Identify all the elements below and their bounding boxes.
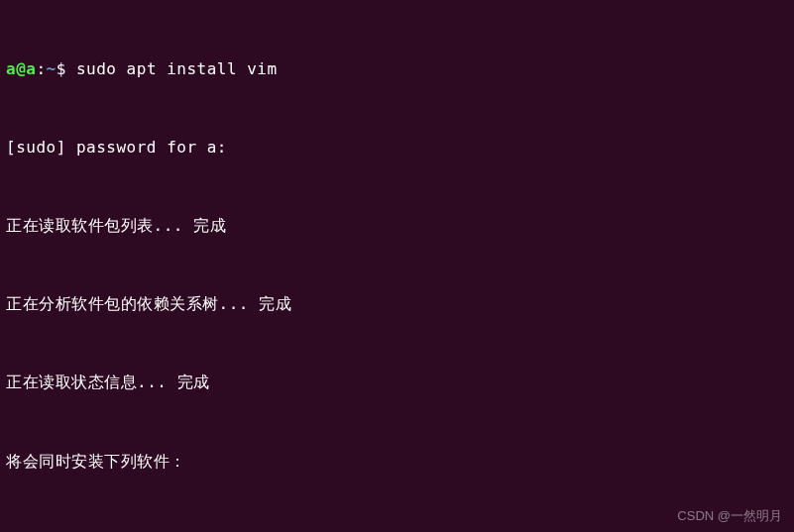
- prompt-user: a@a: [6, 59, 36, 78]
- prompt-dollar: $: [57, 59, 76, 78]
- output-line: 正在读取状态信息... 完成: [6, 370, 788, 395]
- command-text: sudo apt install vim: [76, 59, 278, 78]
- output-line: [sudo] password for a:: [6, 135, 788, 160]
- output-line: libsodium23 vim-common vim-runtime vim-t…: [6, 527, 788, 532]
- output-line: 将会同时安装下列软件：: [6, 449, 788, 475]
- output-line: 正在读取软件包列表... 完成: [6, 213, 788, 239]
- output-line: 正在分析软件包的依赖关系树... 完成: [6, 291, 788, 317]
- prompt-colon: :: [36, 59, 46, 78]
- prompt-line: a@a:~$ sudo apt install vim: [6, 56, 788, 82]
- terminal-output[interactable]: a@a:~$ sudo apt install vim [sudo] passw…: [6, 4, 788, 532]
- watermark-text: CSDN @一然明月: [677, 505, 782, 526]
- prompt-path: ~: [47, 59, 57, 78]
